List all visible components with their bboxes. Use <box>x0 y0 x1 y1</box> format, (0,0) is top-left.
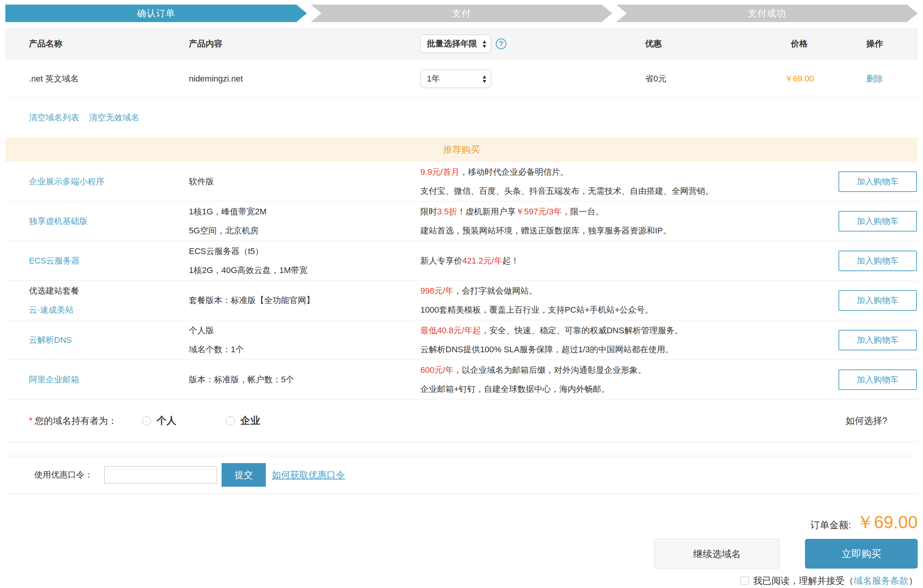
product-desc-cell: 最低40.8元/年起，安全、快速、稳定、可靠的权威DNS解析管理服务。云解析DN… <box>420 321 830 359</box>
product-name-cell: 云解析DNS <box>5 330 189 350</box>
radio-personal-label: 个人 <box>156 414 176 427</box>
header-product-content: 产品内容 <box>189 38 420 49</box>
add-to-cart-button[interactable]: 加入购物车 <box>838 251 917 271</box>
order-item-domain: nidemingzi.net <box>189 74 420 84</box>
how-to-choose-link[interactable]: 如何选择? <box>846 415 887 427</box>
domain-terms-link[interactable]: 域名服务条款 <box>854 575 908 587</box>
product-desc-cell: 600元/年，以企业域名为邮箱后缀，对外沟通彰显企业形象。企业邮箱+钉钉，自建全… <box>420 361 830 399</box>
batch-year-select-value: 批量选择年限 <box>427 38 477 49</box>
add-to-cart-button[interactable]: 加入购物车 <box>838 171 917 192</box>
buy-now-button[interactable]: 立即购买 <box>805 539 918 568</box>
step-pay-success: 支付成功 <box>616 5 918 22</box>
clear-invalid-domain-link[interactable]: 清空无效域名 <box>89 112 140 123</box>
radio-circle-icon[interactable] <box>142 416 151 425</box>
order-confirm-page: 确认订单 支付 支付成功 产品名称 产品内容 批量选择年限 ▲▼ ? 优惠 价格… <box>0 0 923 587</box>
holder-radio-group: 个人 企业 <box>142 414 260 427</box>
continue-select-domain-button[interactable]: 继续选域名 <box>654 539 780 568</box>
coupon-submit-button[interactable]: 提交 <box>222 463 266 487</box>
select-stepper-icon: ▲▼ <box>482 39 487 48</box>
product-desc-line: 限时3.5折！虚机新用户享￥597元/3年，限一台。 <box>420 202 830 221</box>
product-desc-line: 支付宝、微信、百度、头条、抖音五端发布，无需技术、自由搭建、全网营销。 <box>420 182 830 201</box>
product-link[interactable]: 云解析DNS <box>29 330 189 350</box>
product-link[interactable]: ECS云服务器 <box>29 251 189 270</box>
product-content-line: 5G空间，北京机房 <box>189 221 420 240</box>
agree-text-end: ） <box>908 575 918 587</box>
delete-link[interactable]: 删除 <box>866 74 883 84</box>
product-desc-line: 998元/年，会打字就会做网站。 <box>420 281 830 301</box>
radio-enterprise[interactable]: 企业 <box>226 414 260 427</box>
product-content-cell: 软件版 <box>189 172 420 191</box>
product-name-cell: 优选建站套餐云·速成美站 <box>5 281 189 320</box>
domain-holder-label: 您的域名持有者为： <box>34 415 117 427</box>
coupon-label: 使用优惠口令： <box>34 469 93 481</box>
product-content-cell: 个人版域名个数：1个 <box>189 321 420 359</box>
product-desc-line: 1000套精美模板，覆盖上百行业，支持PC站+手机站+公众号。 <box>420 301 830 320</box>
product-desc-line: 最低40.8元/年起，安全、快速、稳定、可靠的权威DNS解析管理服务。 <box>420 321 830 340</box>
product-desc-cell: 新人专享价421.2元/年起！ <box>420 251 830 270</box>
select-stepper-icon: ▲▼ <box>482 74 487 84</box>
product-desc-cell: 998元/年，会打字就会做网站。1000套精美模板，覆盖上百行业，支持PC站+手… <box>420 281 830 320</box>
help-icon[interactable]: ? <box>496 38 506 49</box>
product-desc-line: 建站首选，预装网站环境，赠送正版数据库，独享服务器资源和IP。 <box>420 221 830 240</box>
radio-enterprise-label: 企业 <box>240 414 260 427</box>
clear-domain-list-link[interactable]: 清空域名列表 <box>29 112 79 123</box>
duration-select-value: 1年 <box>427 73 440 85</box>
how-to-get-coupon-link[interactable]: 如何获取优惠口令 <box>272 469 345 481</box>
product-content-cell: 套餐版本：标准版【全功能官网】 <box>189 291 420 310</box>
product-desc-cell: 限时3.5折！虚机新用户享￥597元/3年，限一台。建站首选，预装网站环境，赠送… <box>420 202 830 240</box>
product-content-line: 套餐版本：标准版【全功能官网】 <box>189 291 420 310</box>
domain-holder-row: * 您的域名持有者为： 个人 企业 如何选择? <box>5 399 918 442</box>
order-item-name: .net 英文域名 <box>5 73 189 85</box>
recommend-row: 阿里企业邮箱 版本：标准版，帐户数：5个 600元/年，以企业域名为邮箱后缀，对… <box>5 360 918 399</box>
radio-personal[interactable]: 个人 <box>142 414 176 427</box>
recommend-row: ECS云服务器 ECS云服务器（t5）1核2G，40G高效云盘，1M带宽 新人专… <box>5 241 918 281</box>
product-link[interactable]: 独享虚机基础版 <box>29 212 189 231</box>
batch-year-select[interactable]: 批量选择年限 ▲▼ <box>420 34 491 53</box>
product-content-line: 版本：标准版，帐户数：5个 <box>189 370 420 389</box>
recommend-rows: 企业展示多端小程序 软件版 9.9元/首月，移动时代企业必备明信片。支付宝、微信… <box>5 162 918 399</box>
product-name-cell: 独享虚机基础版 <box>5 212 189 231</box>
order-total-label: 订单金额: <box>810 519 851 531</box>
product-name-cell: 企业展示多端小程序 <box>5 172 189 191</box>
radio-circle-icon[interactable] <box>226 416 235 425</box>
required-asterisk: * <box>29 416 32 426</box>
product-content-cell: 版本：标准版，帐户数：5个 <box>189 370 420 389</box>
header-price: 价格 <box>767 38 832 49</box>
add-to-cart-button[interactable]: 加入购物车 <box>838 290 917 311</box>
product-title: 优选建站套餐 <box>29 281 189 301</box>
header-action: 操作 <box>832 38 918 49</box>
product-content-line: 个人版 <box>189 321 420 340</box>
agree-checkbox[interactable] <box>740 577 749 585</box>
product-link[interactable]: 阿里企业邮箱 <box>29 370 189 389</box>
product-desc-line: 9.9元/首月，移动时代企业必备明信片。 <box>420 163 830 182</box>
product-content-line: 1核2G，40G高效云盘，1M带宽 <box>189 261 420 280</box>
header-product-name: 产品名称 <box>5 38 189 49</box>
order-item-row: .net 英文域名 nidemingzi.net 1年 ▲▼ 省0元 ￥69.0… <box>5 60 918 98</box>
recommend-row: 优选建站套餐云·速成美站 套餐版本：标准版【全功能官网】 998元/年，会打字就… <box>5 281 918 320</box>
duration-select[interactable]: 1年 ▲▼ <box>420 70 491 88</box>
product-content-line: 软件版 <box>189 172 420 191</box>
product-content-cell: 1核1G，峰值带宽2M5G空间，北京机房 <box>189 202 420 240</box>
product-link[interactable]: 企业展示多端小程序 <box>29 172 189 191</box>
step-pay: 支付 <box>311 5 612 22</box>
clear-links-row: 清空域名列表 清空无效域名 <box>5 98 918 138</box>
order-total-price: ￥69.00 <box>856 511 918 534</box>
add-to-cart-button[interactable]: 加入购物车 <box>838 330 917 350</box>
product-content-line: 域名个数：1个 <box>189 340 420 359</box>
product-desc-line: 新人专享价421.2元/年起！ <box>420 251 830 270</box>
order-total-line: 订单金额: ￥69.00 <box>5 511 918 534</box>
add-to-cart-button[interactable]: 加入购物车 <box>838 211 917 232</box>
add-to-cart-button[interactable]: 加入购物车 <box>838 370 917 390</box>
product-content-cell: ECS云服务器（t5）1核2G，40G高效云盘，1M带宽 <box>189 242 420 280</box>
product-link[interactable]: 云·速成美站 <box>29 301 189 320</box>
product-name-cell: 阿里企业邮箱 <box>5 370 189 389</box>
product-content-line: ECS云服务器（t5） <box>189 242 420 261</box>
coupon-row: 使用优惠口令： 提交 如何获取优惠口令 <box>5 456 918 494</box>
product-content-line: 1核1G，峰值带宽2M <box>189 202 420 221</box>
recommend-title-band: 推荐购买 <box>5 138 918 162</box>
header-discount: 优惠 <box>634 38 767 49</box>
footer-buttons: 继续选域名 立即购买 <box>5 539 918 568</box>
coupon-input[interactable] <box>104 466 217 484</box>
product-name-cell: ECS云服务器 <box>5 251 189 270</box>
recommend-row: 独享虚机基础版 1核1G，峰值带宽2M5G空间，北京机房 限时3.5折！虚机新用… <box>5 202 918 241</box>
